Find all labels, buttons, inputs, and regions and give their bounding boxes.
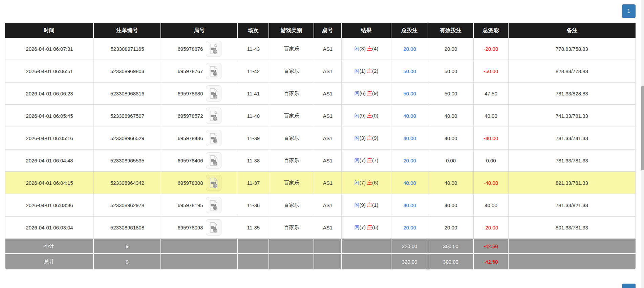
cell-table-no: AS1 [314,194,342,217]
video-replay-button[interactable] [206,197,221,213]
result-player-label: 闲 [355,90,360,96]
cell-round-id: 695978406 [161,150,238,172]
result-player-label: 闲 [355,202,360,208]
cell-remark: 821.33/781.33 [509,172,636,194]
cell-total-bet[interactable]: 40.00 [391,194,428,217]
cell-session: 11-41 [238,83,269,105]
header-valid-bet: 有效投注 [428,23,474,38]
result-banker-label: 庄 [367,157,372,163]
video-replay-button[interactable] [206,152,221,169]
cell-valid-bet: 0.00 [428,150,474,172]
summary-payout: -42.50 [474,239,509,254]
cell-total-bet[interactable]: 40.00 [391,105,428,127]
table-row[interactable]: 2026-04-01 06:04:48 523308965535 6959784… [5,150,636,172]
result-banker-score: (1) [372,202,378,208]
table-row[interactable]: 2026-04-01 06:06:23 523308968816 6959786… [5,83,636,105]
video-replay-button[interactable] [206,219,221,236]
result-banker-score: (7) [372,157,378,163]
video-replay-button[interactable] [206,130,221,146]
cell-game-type: 百家乐 [269,60,314,83]
summary-count: 9 [94,239,161,254]
cell-time: 2026-04-01 06:07:31 [5,38,94,60]
cell-remark: 801.33/781.33 [509,217,636,239]
cell-session: 11-40 [238,105,269,127]
cell-bet-id: 523308968816 [94,83,161,105]
result-player-score: (7) [360,180,366,185]
cell-total-bet[interactable]: 20.00 [391,217,428,239]
cell-valid-bet: 40.00 [428,172,474,194]
video-replay-button[interactable] [206,108,221,124]
cell-game-type: 百家乐 [269,172,314,194]
table-header-row: 时间 注单编号 局号 场次 游戏类别 桌号 结果 总投注 有效投注 总派彩 备注 [5,23,636,38]
cell-remark: 781.33/741.33 [509,127,636,150]
header-round-id: 局号 [161,23,238,38]
cell-round-id: 695978767 [161,60,238,83]
cell-total-bet[interactable]: 20.00 [391,150,428,172]
header-game-type: 游戏类别 [269,23,314,38]
cell-total-bet[interactable]: 20.00 [391,38,428,60]
cell-session: 11-36 [238,194,269,217]
cell-session: 11-43 [238,38,269,60]
cell-round-id: 695978098 [161,217,238,239]
cell-remark: 778.83/758.83 [509,38,636,60]
video-replay-button[interactable] [206,63,221,79]
result-player-score: (9) [360,202,366,208]
table-row[interactable]: 2026-04-01 06:05:45 523308967507 6959785… [5,105,636,127]
cell-bet-id: 523308969803 [94,60,161,83]
cell-total-bet[interactable]: 50.00 [391,60,428,83]
summary-empty-cell [509,254,636,269]
betting-records-table: 时间 注单编号 局号 场次 游戏类别 桌号 结果 总投注 有效投注 总派彩 备注… [5,23,636,269]
cell-payout: 40.00 [474,105,509,127]
cell-time: 2026-04-01 06:05:45 [5,105,94,127]
cell-total-bet[interactable]: 50.00 [391,83,428,105]
cell-total-bet[interactable]: 40.00 [391,172,428,194]
summary-empty-cell [238,239,269,254]
cell-payout: -20.00 [474,38,509,60]
result-banker-score: (6) [372,224,378,230]
result-player-label: 闲 [355,46,360,51]
result-player-label: 闲 [355,135,360,141]
cell-payout: -40.00 [474,172,509,194]
result-player-label: 闲 [355,180,360,185]
video-file-icon [209,177,219,189]
video-replay-button[interactable] [206,85,221,102]
table-row[interactable]: 2026-04-01 06:03:36 523308962978 6959781… [5,194,636,217]
video-replay-button[interactable] [206,41,221,57]
cell-result: 闲(7) 庄(6) [342,172,391,194]
cell-time: 2026-04-01 06:06:23 [5,83,94,105]
cell-table-no: AS1 [314,60,342,83]
summary-total-bet: 320.00 [391,239,428,254]
table-row[interactable]: 2026-04-01 06:06:51 523308969803 6959787… [5,60,636,83]
pagination-page-1-top[interactable]: 1 [622,4,636,18]
video-file-icon [209,43,219,54]
round-number: 695978098 [177,225,203,230]
cell-payout: 0.00 [474,150,509,172]
header-payout: 总派彩 [474,23,509,38]
header-table-no: 桌号 [314,23,342,38]
summary-empty-cell [314,239,342,254]
video-replay-button[interactable] [206,175,221,191]
cell-result: 闲(7) 庄(7) [342,150,391,172]
vertical-scrollbar-thumb[interactable] [641,86,644,170]
cell-total-bet[interactable]: 40.00 [391,127,428,150]
summary-label: 小计 [5,239,94,254]
result-banker-score: (9) [372,135,378,141]
cell-round-id: 695978195 [161,194,238,217]
header-total-bet: 总投注 [391,23,428,38]
cell-payout: -20.00 [474,217,509,239]
cell-table-no: AS1 [314,38,342,60]
table-row[interactable]: 2026-04-01 06:07:31 523308971165 6959788… [5,38,636,60]
vertical-scrollbar-track[interactable] [641,0,644,288]
round-number: 695978767 [177,68,203,74]
table-row[interactable]: 2026-04-01 06:03:04 523308961808 6959780… [5,217,636,239]
summary-row: 小计 9 320.00 300.00 -42.50 [5,239,636,254]
result-player-score: (3) [360,135,366,141]
table-row[interactable]: 2026-04-01 06:05:16 523308966529 6959784… [5,127,636,150]
cell-result: 闲(3) 庄(9) [342,127,391,150]
result-banker-score: (0) [372,113,378,118]
result-banker-label: 庄 [367,68,372,74]
result-banker-label: 庄 [367,46,372,51]
table-row[interactable]: 2026-04-01 06:04:15 523308964342 6959783… [5,172,636,194]
cell-valid-bet: 40.00 [428,127,474,150]
pagination-page-1-bottom[interactable]: 1 [622,284,636,288]
